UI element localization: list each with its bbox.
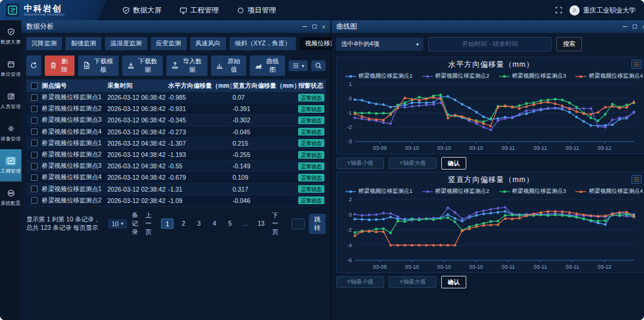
- search-button[interactable]: 搜索: [556, 37, 582, 51]
- user-menu[interactable]: 重庆工业职业大学: [569, 5, 636, 16]
- page-button[interactable]: 1: [161, 219, 174, 229]
- row-checkbox[interactable]: [31, 152, 38, 158]
- table-row[interactable]: 桥梁视频位移监测点1 2026-03-12 04:38:42 -1.307 0.…: [26, 138, 326, 149]
- top-nav-item[interactable]: 项目管理: [229, 0, 284, 20]
- minimize-icon[interactable]: [302, 26, 307, 27]
- monitor-tab[interactable]: 裂缝监测: [66, 37, 101, 50]
- row-checkbox[interactable]: [31, 140, 38, 146]
- page-size-select[interactable]: 10▾: [108, 219, 127, 229]
- top-nav-item[interactable]: 工程管理: [172, 0, 227, 20]
- sidebar-item[interactable]: 人员管理: [0, 85, 21, 117]
- column-config-button[interactable]: ▾: [289, 60, 308, 71]
- confirm-button[interactable]: 确认: [441, 276, 466, 288]
- y-max-input[interactable]: Y轴最大值: [389, 158, 436, 169]
- col-collect-time: 采集时间: [106, 82, 167, 90]
- table-row[interactable]: 桥梁视频位移监测点2 2026-03-12 06:38:42 -0.931 -0…: [26, 103, 326, 115]
- row-checkbox[interactable]: [31, 186, 38, 192]
- sidebar-item[interactable]: 工程管理: [0, 149, 21, 181]
- toolbar-button-label: 下载模板: [93, 57, 114, 74]
- legend-item[interactable]: 桥梁视频位移监测点3: [499, 187, 566, 195]
- jump-page-input[interactable]: [292, 219, 305, 229]
- record-summary-suffix: 条记录: [132, 211, 142, 236]
- sidebar-item[interactable]: 单位管理: [0, 53, 21, 85]
- toolbar-button[interactable]: [26, 56, 41, 76]
- y-min-input[interactable]: Y轴最小值: [336, 158, 384, 169]
- toolbar-button[interactable]: 下载数据: [122, 56, 163, 76]
- row-checkbox[interactable]: [31, 106, 38, 112]
- y-min-input[interactable]: Y轴最小值: [336, 276, 384, 288]
- user-name: 重庆工业职业大学: [583, 6, 636, 15]
- row-checkbox[interactable]: [31, 117, 38, 124]
- cell-vertical-offset: 0.109: [231, 174, 297, 181]
- table-row[interactable]: 桥梁视频位移监测点3 2026-03-12 06:38:42 -0.345 -0…: [26, 115, 326, 126]
- table-row[interactable]: 桥梁视频位移监测点2 2026-03-12 04:38:42 -1.193 -0…: [26, 149, 326, 161]
- cell-point-name: 桥梁视频位移监测点4: [41, 173, 106, 181]
- row-checkbox[interactable]: [31, 128, 38, 135]
- page-button[interactable]: 2: [178, 219, 189, 227]
- cell-vertical-offset: -0.255: [231, 151, 297, 158]
- legend-item[interactable]: 桥梁视频位移监测点3: [499, 72, 566, 80]
- data-view-icon[interactable]: [631, 60, 642, 69]
- page-button[interactable]: 4: [209, 219, 220, 227]
- sidebar-item[interactable]: 数据大屏: [0, 20, 21, 53]
- sidebar-item[interactable]: 系统配置: [0, 181, 21, 214]
- legend-item[interactable]: 桥梁视频位移监测点2: [422, 187, 490, 195]
- page-button[interactable]: 13: [255, 219, 267, 227]
- svg-text:03-10: 03-10: [469, 264, 483, 270]
- table-row[interactable]: 桥梁视频位移监测点2 2026-03-12 02:38:42 -1.09 -0.…: [26, 195, 326, 207]
- table-row[interactable]: 桥梁视频位移监测点4 2026-03-12 06:38:42 -0.273 -0…: [26, 127, 326, 138]
- cell-collect-time: 2026-03-12 06:38:42: [106, 105, 167, 112]
- toolbar-button[interactable]: 删除: [45, 56, 75, 76]
- row-checkbox[interactable]: [31, 163, 38, 170]
- monitor-tab[interactable]: 风速风向: [190, 37, 226, 50]
- line-chart[interactable]: 10-1-2-303-0903-1003-1003-1003-1103-1103…: [339, 81, 640, 153]
- maximize-icon[interactable]: [312, 24, 317, 29]
- svg-text:03-11: 03-11: [534, 145, 547, 151]
- toolbar-button[interactable]: 曲线图: [250, 56, 285, 76]
- y-max-input[interactable]: Y轴最大值: [389, 276, 436, 288]
- monitor-tab[interactable]: 温湿度监测: [105, 37, 147, 50]
- row-checkbox[interactable]: [31, 94, 38, 101]
- table-row[interactable]: 桥梁视频位移监测点1 2026-03-12 06:38:42 -0.985 0.…: [26, 92, 326, 103]
- maximize-icon[interactable]: [633, 24, 637, 29]
- legend-symbol: [345, 74, 356, 79]
- sidebar-item[interactable]: 设备管理: [0, 117, 21, 149]
- curve-panel-header: 曲线图 ×: [332, 20, 644, 33]
- confirm-button[interactable]: 确认: [441, 157, 466, 170]
- top-nav-item[interactable]: 数据大屏: [114, 0, 169, 20]
- fullscreen-icon[interactable]: [555, 7, 562, 14]
- page-button[interactable]: 5: [224, 219, 236, 227]
- row-checkbox[interactable]: [31, 197, 38, 204]
- jump-button[interactable]: 跳转: [309, 214, 326, 234]
- date-range-input[interactable]: 开始时间 - 结束时间: [428, 37, 552, 51]
- search-icon[interactable]: [311, 60, 326, 71]
- table-row[interactable]: 桥梁视频位移监测点4 2026-03-12 04:38:42 -0.679 0.…: [26, 172, 326, 183]
- row-checkbox[interactable]: [31, 174, 38, 181]
- toolbar-button[interactable]: 下载模板: [78, 56, 119, 76]
- minimize-icon[interactable]: [623, 26, 627, 27]
- toolbar-button[interactable]: 原始值: [211, 56, 246, 76]
- toolbar-button[interactable]: 导入数据: [166, 56, 207, 76]
- data-view-icon[interactable]: [631, 175, 642, 184]
- legend-item[interactable]: 桥梁视频位移监测点2: [422, 72, 490, 80]
- close-icon[interactable]: ×: [322, 24, 326, 30]
- table-row[interactable]: 桥梁视频位移监测点1 2026-03-12 02:38:42 -1.31 0.3…: [26, 184, 326, 195]
- next-page-button[interactable]: 下一页: [271, 219, 284, 228]
- legend-item[interactable]: 桥梁视频位移监测点1: [345, 72, 413, 80]
- legend-item[interactable]: 桥梁视频位移监测点4: [575, 187, 643, 195]
- prev-page-button[interactable]: 上一页: [144, 219, 157, 228]
- monitor-tab[interactable]: 倾斜（XYZ，角度）: [230, 37, 296, 50]
- refresh-icon: [30, 61, 38, 70]
- legend-item[interactable]: 桥梁视频位移监测点4: [575, 72, 643, 80]
- legend-item[interactable]: 桥梁视频位移监测点1: [345, 187, 413, 195]
- cell-vertical-offset: -0.302: [231, 116, 297, 124]
- line-chart[interactable]: 20-2-4-603-0903-1003-1003-1003-1103-1103…: [339, 196, 640, 272]
- monitor-tab[interactable]: 沉降监测: [26, 37, 62, 50]
- cell-vertical-offset: 0.215: [231, 140, 297, 147]
- page-button[interactable]: 3: [193, 219, 205, 227]
- cell-horizontal-offset: -0.345: [167, 116, 231, 124]
- monitor-tab[interactable]: 应变监测: [151, 37, 187, 50]
- table-row[interactable]: 桥梁视频位移监测点3 2026-03-12 04:38:42 -0.55 -0.…: [26, 161, 326, 172]
- select-all-checkbox[interactable]: [31, 82, 38, 89]
- point-select-dropdown[interactable]: 选中4中的4项▾: [336, 38, 423, 51]
